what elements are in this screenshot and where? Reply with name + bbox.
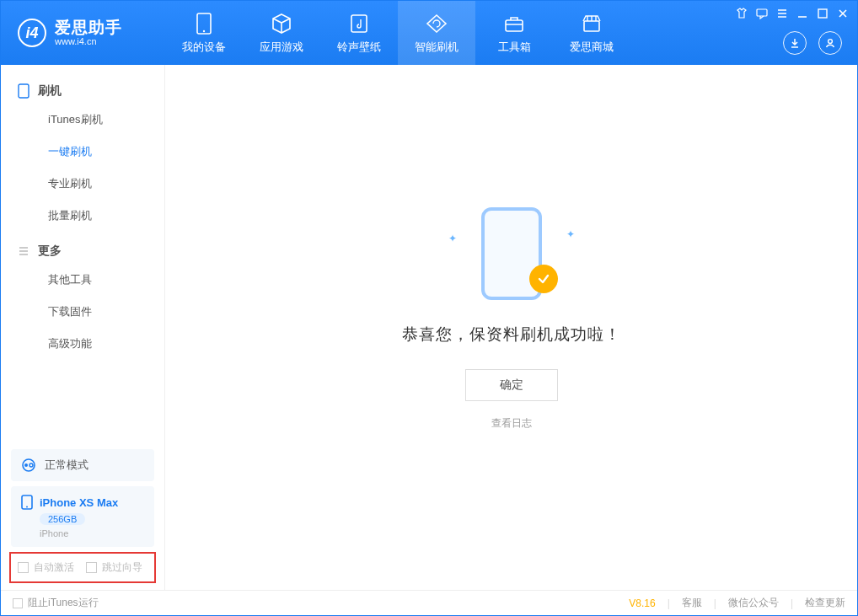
nav-store[interactable]: 爱思商城: [553, 1, 630, 65]
close-icon[interactable]: [837, 8, 849, 19]
mode-row[interactable]: 正常模式: [11, 449, 154, 481]
checkbox-box: [18, 562, 29, 573]
svg-rect-8: [19, 84, 29, 98]
nav-apps-games[interactable]: 应用游戏: [243, 1, 320, 65]
mode-label: 正常模式: [45, 458, 88, 473]
nav-label: 爱思商城: [570, 40, 614, 55]
nav-my-device[interactable]: 我的设备: [165, 1, 243, 65]
menu-icon[interactable]: [776, 8, 788, 19]
footer: 阻止iTunes运行 V8.16 | 客服 | 微信公众号 | 检查更新: [1, 590, 857, 615]
device-icon: [195, 11, 213, 36]
svg-point-11: [29, 463, 33, 467]
svg-point-1: [203, 30, 205, 32]
device-name: iPhone XS Max: [40, 496, 118, 509]
sidebar-item-download-firmware[interactable]: 下载固件: [1, 296, 164, 328]
footer-right: V8.16 | 客服 | 微信公众号 | 检查更新: [629, 596, 845, 610]
checkbox-box: [13, 598, 23, 608]
ok-button[interactable]: 确定: [465, 369, 558, 401]
app-url: www.i4.cn: [55, 36, 122, 46]
nav-label: 工具箱: [498, 40, 531, 55]
sparkle-icon: ✦: [566, 228, 575, 240]
logo-text: 爱思助手 www.i4.cn: [55, 19, 122, 47]
svg-rect-2: [351, 15, 367, 32]
download-button[interactable]: [783, 31, 807, 55]
body: 刷机 iTunes刷机 一键刷机 专业刷机 批量刷机 更多 其他工具 下载固件 …: [1, 65, 857, 590]
svg-point-10: [24, 463, 28, 467]
mode-icon: [21, 458, 36, 473]
checkbox-block-itunes[interactable]: 阻止iTunes运行: [13, 596, 99, 610]
phone-icon: [18, 83, 29, 99]
svg-rect-5: [757, 9, 767, 16]
nav-label: 铃声壁纸: [337, 40, 381, 55]
sidebar-item-other-tools[interactable]: 其他工具: [1, 264, 164, 296]
sidebar-item-pro-flash[interactable]: 专业刷机: [1, 168, 164, 200]
nav-ringtone-wallpaper[interactable]: 铃声壁纸: [320, 1, 398, 65]
sidebar: 刷机 iTunes刷机 一键刷机 专业刷机 批量刷机 更多 其他工具 下载固件 …: [1, 65, 165, 590]
check-badge-icon: [529, 265, 558, 293]
nav-label: 智能刷机: [415, 40, 458, 55]
sidebar-item-oneclick-flash[interactable]: 一键刷机: [1, 136, 164, 168]
toolbox-icon: [503, 11, 525, 36]
sidebar-item-itunes-flash[interactable]: iTunes刷机: [1, 104, 164, 136]
checkbox-label: 跳过向导: [102, 560, 142, 575]
nav-smart-flash[interactable]: 智能刷机: [398, 1, 475, 65]
sidebar-item-advanced[interactable]: 高级功能: [1, 328, 164, 360]
music-icon: [349, 11, 369, 36]
svg-point-7: [829, 40, 833, 44]
device-capacity: 256GB: [40, 513, 85, 525]
device-block[interactable]: iPhone XS Max 256GB iPhone: [11, 486, 154, 547]
view-log-link[interactable]: 查看日志: [491, 416, 532, 431]
more-icon: [18, 245, 29, 257]
nav-toolbox[interactable]: 工具箱: [475, 1, 553, 65]
checkbox-skip-guide[interactable]: 跳过向导: [86, 560, 142, 575]
cube-icon: [271, 11, 292, 36]
section-title: 刷机: [38, 83, 62, 99]
wechat-link[interactable]: 微信公众号: [728, 596, 779, 610]
maximize-icon[interactable]: [817, 8, 829, 19]
svg-rect-3: [506, 20, 523, 31]
device-icon: [21, 495, 33, 510]
success-text: 恭喜您，保资料刷机成功啦！: [402, 324, 621, 345]
refresh-icon: [426, 11, 448, 36]
checkbox-auto-activate[interactable]: 自动激活: [18, 560, 74, 575]
logo-block: i4 爱思助手 www.i4.cn: [1, 19, 165, 47]
header: i4 爱思助手 www.i4.cn 我的设备 应用游戏 铃声壁纸: [1, 1, 857, 65]
sidebar-section-flash: 刷机: [1, 72, 164, 104]
checkbox-label: 自动激活: [34, 560, 74, 575]
tshirt-icon[interactable]: [736, 8, 748, 19]
svg-point-13: [26, 506, 28, 508]
checkbox-box: [86, 562, 97, 573]
svg-rect-4: [584, 21, 599, 31]
window-controls: [736, 8, 849, 19]
minimize-icon[interactable]: [796, 8, 808, 19]
store-icon: [581, 11, 603, 36]
header-actions: [783, 31, 842, 55]
logo-icon: i4: [18, 19, 46, 47]
checkbox-label: 阻止iTunes运行: [28, 596, 99, 610]
version-label: V8.16: [629, 597, 655, 609]
support-link[interactable]: 客服: [682, 596, 702, 610]
device-type: iPhone: [40, 528, 68, 538]
app-name: 爱思助手: [55, 19, 122, 37]
nav-label: 应用游戏: [260, 40, 303, 55]
sidebar-bottom: 正常模式 iPhone XS Max 256GB iPhone 自动激活 跳过向…: [1, 444, 164, 590]
sparkle-icon: ✦: [448, 233, 457, 244]
section-title: 更多: [38, 244, 62, 259]
svg-rect-6: [818, 9, 827, 18]
nav-label: 我的设备: [182, 40, 226, 55]
success-illustration: ✦ ✦: [448, 199, 575, 308]
feedback-icon[interactable]: [756, 8, 768, 19]
checkbox-row-highlighted: 自动激活 跳过向导: [9, 552, 156, 583]
main-content: ✦ ✦ 恭喜您，保资料刷机成功啦！ 确定 查看日志: [165, 65, 857, 590]
account-button[interactable]: [818, 31, 842, 55]
check-update-link[interactable]: 检查更新: [805, 596, 845, 610]
sidebar-section-more: 更多: [1, 232, 164, 264]
top-nav: 我的设备 应用游戏 铃声壁纸 智能刷机 工具箱: [165, 1, 630, 65]
sidebar-item-batch-flash[interactable]: 批量刷机: [1, 200, 164, 232]
